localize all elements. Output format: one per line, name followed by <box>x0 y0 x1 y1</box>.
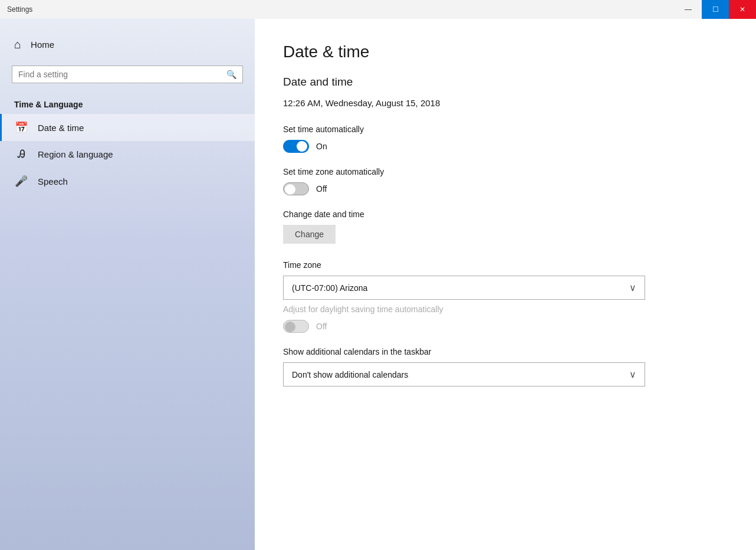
section-subtitle: Date and time <box>283 76 728 89</box>
toggle-thumb-3 <box>285 322 295 332</box>
set-timezone-auto-state: Off <box>316 184 327 194</box>
timezone-value: (UTC-07:00) Arizona <box>292 283 367 293</box>
title-bar: Settings — ☐ ✕ <box>0 0 756 19</box>
search-input[interactable] <box>18 70 226 79</box>
set-time-auto-group: Set time automatically On <box>283 125 728 153</box>
additional-calendars-dropdown[interactable]: Don't show additional calendars ∨ <box>283 362 645 387</box>
daylight-saving-toggle <box>283 320 309 333</box>
additional-calendars-label: Show additional calendars in the taskbar <box>283 347 728 356</box>
content-area: Date & time Date and time 12:26 AM, Wedn… <box>255 19 756 550</box>
maximize-button[interactable]: ☐ <box>702 0 729 19</box>
daylight-saving-state: Off <box>316 322 327 331</box>
set-time-auto-label: Set time automatically <box>283 125 728 134</box>
sidebar-item-date-time-label: Date & time <box>38 123 84 133</box>
sidebar-item-region-label: Region & language <box>38 149 113 159</box>
home-icon: ⌂ <box>14 38 21 51</box>
app-title: Settings <box>7 5 32 14</box>
daylight-saving-label: Adjust for daylight saving time automati… <box>283 305 728 314</box>
daylight-saving-group: Adjust for daylight saving time automati… <box>283 305 728 333</box>
set-time-auto-state: On <box>316 142 327 151</box>
region-icon: Ꭿ <box>14 148 28 161</box>
additional-calendars-group: Show additional calendars in the taskbar… <box>283 347 728 387</box>
set-timezone-auto-label: Set time zone automatically <box>283 167 728 176</box>
timezone-label: Time zone <box>283 260 728 270</box>
set-timezone-auto-toggle[interactable] <box>283 182 309 195</box>
change-datetime-group: Change date and time Change <box>283 209 728 244</box>
additional-calendars-value: Don't show additional calendars <box>292 370 408 379</box>
daylight-saving-row: Off <box>283 320 728 333</box>
app-body: ⌂ Home 🔍 Time & Language 📅 Date & time Ꭿ… <box>0 19 756 550</box>
minimize-button[interactable]: — <box>675 0 702 19</box>
search-icon: 🔍 <box>226 70 236 79</box>
sidebar-item-speech[interactable]: 🎤 Speech <box>0 168 255 195</box>
toggle-thumb-2 <box>285 184 295 195</box>
calendar-icon: 📅 <box>14 121 28 134</box>
sidebar-item-date-time[interactable]: 📅 Date & time <box>0 114 255 141</box>
section-title: Time & Language <box>0 90 255 114</box>
chevron-down-icon-2: ∨ <box>629 369 636 380</box>
close-button[interactable]: ✕ <box>729 0 756 19</box>
sidebar-item-region-language[interactable]: Ꭿ Region & language <box>0 141 255 168</box>
chevron-down-icon: ∨ <box>629 282 636 293</box>
sidebar-item-speech-label: Speech <box>38 176 68 186</box>
timezone-dropdown[interactable]: (UTC-07:00) Arizona ∨ <box>283 276 645 300</box>
change-datetime-button[interactable]: Change <box>283 225 336 244</box>
toggle-thumb <box>297 141 307 152</box>
home-label: Home <box>31 40 54 50</box>
page-title: Date & time <box>283 42 728 61</box>
window-controls: — ☐ ✕ <box>675 0 756 19</box>
current-datetime: 12:26 AM, Wednesday, August 15, 2018 <box>283 98 728 108</box>
sidebar-home[interactable]: ⌂ Home <box>0 31 255 58</box>
change-datetime-label: Change date and time <box>283 209 728 219</box>
set-time-auto-toggle[interactable] <box>283 140 309 153</box>
search-box[interactable]: 🔍 <box>12 66 243 83</box>
set-timezone-auto-row: Off <box>283 182 728 195</box>
set-time-auto-row: On <box>283 140 728 153</box>
microphone-icon: 🎤 <box>14 175 28 188</box>
timezone-group: Time zone (UTC-07:00) Arizona ∨ <box>283 260 728 300</box>
set-timezone-auto-group: Set time zone automatically Off <box>283 167 728 195</box>
sidebar: ⌂ Home 🔍 Time & Language 📅 Date & time Ꭿ… <box>0 19 255 550</box>
